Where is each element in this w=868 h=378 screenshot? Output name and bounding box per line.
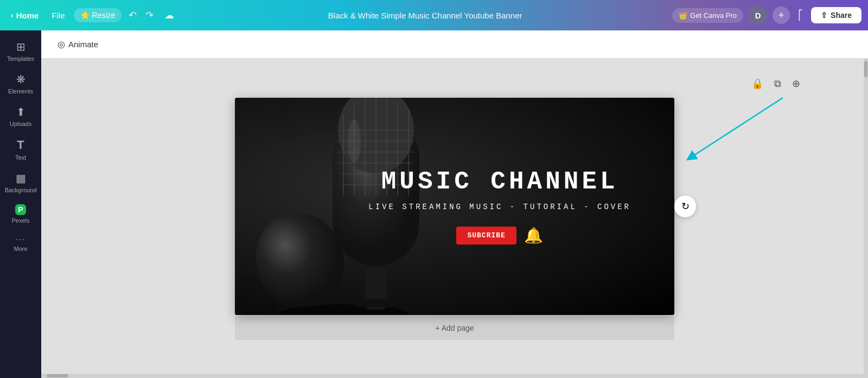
canvas-area: ◎ Animate 🔒 ⧉ ⊕ [41, 30, 868, 378]
home-label: Home [16, 11, 39, 20]
lock-button[interactable]: 🔒 [749, 75, 766, 92]
background-icon: ▦ [16, 172, 26, 185]
chevron-left-icon: ‹ [11, 11, 14, 20]
sidebar-label-background: Background [5, 187, 37, 193]
get-pro-label: Get Canva Pro [690, 11, 737, 20]
sidebar-item-pexels[interactable]: P Pexels [0, 199, 41, 229]
sidebar-label-uploads: Uploads [10, 121, 31, 127]
add-page-button[interactable]: + Add page [235, 316, 674, 340]
sidebar-item-background[interactable]: ▦ Background [0, 166, 41, 199]
sidebar-label-more: More [14, 245, 27, 252]
animate-bar: ◎ Animate [41, 30, 868, 59]
refresh-handle[interactable]: ↻ [674, 196, 696, 217]
arrow-annotation [658, 92, 794, 168]
file-button[interactable]: File [46, 8, 70, 23]
crown-icon: 👑 [679, 11, 687, 20]
topbar: ‹ Home File ⭐ Resize ↶ ↷ ☁ Black & White… [0, 0, 868, 30]
pexels-icon: P [15, 204, 25, 215]
scrollbar-thumb-vertical [864, 61, 867, 77]
bell-icon: 🔔 [524, 226, 543, 244]
undo-button[interactable]: ↶ [125, 7, 141, 24]
analytics-button[interactable]: ⎡ [795, 7, 806, 24]
cloud-save-button[interactable]: ☁ [161, 7, 178, 24]
subscribe-button[interactable]: SUBCRIBE [456, 226, 516, 244]
templates-icon: ⊞ [16, 40, 25, 53]
sidebar-item-text[interactable]: T Text [0, 133, 41, 166]
sidebar-item-templates[interactable]: ⊞ Templates [0, 35, 41, 67]
sidebar-item-more[interactable]: ··· More [0, 229, 41, 257]
scrollbar-vertical[interactable] [864, 59, 868, 378]
share-label: Share [831, 11, 852, 20]
avatar[interactable]: D [749, 6, 767, 24]
uploads-icon: ⬆ [16, 105, 25, 118]
doc-title: Black & White Simple Music Channel Youtu… [328, 11, 522, 20]
svg-rect-19 [354, 299, 398, 307]
get-canva-pro-button[interactable]: 👑 Get Canva Pro [672, 8, 743, 23]
sidebar-label-elements: Elements [8, 88, 33, 94]
add-team-button[interactable]: + [773, 7, 790, 24]
file-label: File [52, 11, 65, 20]
resize-button[interactable]: ⭐ Resize [74, 8, 122, 22]
scrollbar-thumb-horizontal [47, 374, 68, 377]
subscribe-row: SUBCRIBE 🔔 [368, 226, 631, 244]
canvas-toolbar: 🔒 ⧉ ⊕ [749, 75, 846, 92]
more-icon: ··· [16, 235, 25, 243]
canvas-container: MUSIC CHANNEL LIVE STREAMING MUSIC - TUT… [235, 98, 674, 315]
star-icon: ⭐ [80, 11, 90, 20]
sidebar: ⊞ Templates ❋ Elements ⬆ Uploads T Text … [0, 30, 41, 378]
resize-label: Resize [92, 11, 116, 20]
elements-icon: ❋ [16, 73, 25, 86]
animate-label: Animate [68, 40, 98, 49]
add-frame-button[interactable]: ⊕ [789, 75, 803, 92]
animate-icon: ◎ [58, 39, 65, 49]
redo-button[interactable]: ↷ [142, 7, 157, 24]
avatar-letter: D [755, 11, 761, 20]
main-body: ⊞ Templates ❋ Elements ⬆ Uploads T Text … [0, 30, 868, 378]
copy-frame-button[interactable]: ⧉ [771, 75, 784, 92]
canvas-wrapper: 🔒 ⧉ ⊕ [41, 59, 868, 356]
sidebar-label-pexels: Pexels [11, 217, 29, 224]
sidebar-label-templates: Templates [7, 55, 34, 62]
share-icon: ⇧ [821, 11, 827, 20]
scrollbar-horizontal[interactable] [41, 374, 864, 378]
canvas-subtitle: LIVE STREAMING MUSIC - TUTORIAL - COVER [368, 203, 631, 211]
design-canvas[interactable]: MUSIC CHANNEL LIVE STREAMING MUSIC - TUT… [235, 98, 674, 315]
svg-point-16 [348, 119, 361, 163]
sidebar-item-uploads[interactable]: ⬆ Uploads [0, 100, 41, 133]
refresh-icon: ↻ [681, 200, 690, 212]
sidebar-label-text: Text [15, 154, 26, 161]
animate-button[interactable]: ◎ Animate [52, 36, 104, 53]
add-page-label: + Add page [435, 324, 474, 332]
sidebar-item-elements[interactable]: ❋ Elements [0, 67, 41, 100]
text-icon: T [17, 138, 24, 152]
share-button[interactable]: ⇧ Share [811, 7, 861, 23]
canvas-text-area: MUSIC CHANNEL LIVE STREAMING MUSIC - TUT… [368, 168, 631, 244]
music-channel-title: MUSIC CHANNEL [368, 168, 631, 196]
home-button[interactable]: ‹ Home [7, 8, 43, 23]
